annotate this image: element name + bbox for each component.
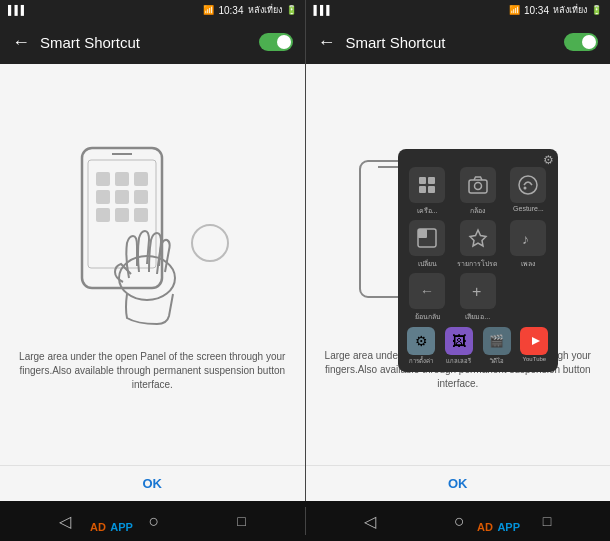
panel-item-favorites[interactable]: รายการโปรด [454,220,501,269]
right-illustration: ⚙ เครือ... [358,139,558,339]
svg-point-23 [524,186,527,189]
svg-rect-6 [96,190,110,204]
svg-point-21 [474,182,481,189]
home-nav-right[interactable]: ○ [454,511,465,532]
status-bar-left: ▌▌▌ 📶 10:34 หลังเที่ยง 🔋 [0,0,305,20]
svg-rect-18 [419,186,426,193]
time-right: 10:34 [524,5,549,16]
svg-rect-7 [115,190,129,204]
panel-label-back: ย้อนกลับ [415,311,440,322]
app-video[interactable]: 🎬 วิดีโอ [479,327,514,366]
content-right: ⚙ เครือ... [306,64,611,465]
toggle-right[interactable] [564,33,598,51]
wifi-icon-left: 📶 [203,5,214,15]
svg-text:←: ← [420,283,434,299]
panel-label-music: เพลง [521,258,535,269]
back-nav-left[interactable]: ◁ [59,512,71,531]
svg-rect-3 [96,172,110,186]
app-youtube[interactable]: YouTube [517,327,552,366]
svg-rect-5 [134,172,148,186]
battery-icon-left: 🔋 [286,5,297,15]
svg-rect-25 [418,229,427,238]
svg-point-13 [192,225,228,261]
ok-button-right[interactable]: OK [428,472,488,495]
svg-text:♪: ♪ [522,231,529,247]
svg-rect-11 [134,208,148,222]
svg-rect-4 [115,172,129,186]
watermark-left: AD [90,521,106,533]
panel-item-switch[interactable]: เปลี่ยน [404,220,451,269]
panel-item-music[interactable]: ♪ เพลง [505,220,552,269]
panel-item-camera[interactable]: กล้อง [454,167,501,216]
home-nav-left[interactable]: ○ [149,511,160,532]
ok-button-left[interactable]: OK [123,472,183,495]
svg-text:+: + [472,283,481,300]
svg-rect-9 [96,208,110,222]
signal-icon-right: ▌▌▌ [314,5,333,15]
back-button-left[interactable]: ← [12,32,30,53]
wifi-icon-right: 📶 [509,5,520,15]
watermark-label-left: APP [110,521,133,533]
svg-rect-16 [419,177,426,184]
time-label-left: หลังเที่ยง [248,3,282,17]
panel-item-network[interactable]: เครือ... [404,167,451,216]
back-nav-right[interactable]: ◁ [364,512,376,531]
panel-item-add[interactable]: + เสียมอ... [454,273,501,322]
panel-label-network: เครือ... [417,205,438,216]
gesture-illustration [62,138,242,338]
svg-rect-19 [428,186,435,193]
settings-gear-icon[interactable]: ⚙ [543,153,554,167]
ok-area-left: OK [0,465,305,501]
time-left: 10:34 [218,5,243,16]
panel-label-gesture: Gesture... [513,205,544,212]
app-bar-right: ← Smart Shortcut [306,20,611,64]
app-bar-left: ← Smart Shortcut [0,20,305,64]
battery-icon-right: 🔋 [591,5,602,15]
svg-marker-30 [532,337,540,345]
toggle-left[interactable] [259,33,293,51]
panel-label-camera: กล้อง [470,205,485,216]
svg-point-22 [519,176,537,194]
watermark-label-right: APP [497,521,520,533]
panel-item-gesture[interactable]: Gesture... [505,167,552,216]
right-screen: ▌▌▌ 📶 10:34 หลังเที่ยง 🔋 ← Smart Shortcu… [306,0,611,501]
content-left: Large area under the open Panel of the s… [0,64,305,465]
svg-rect-10 [115,208,129,222]
panel-label-switch: เปลี่ยน [418,258,437,269]
recent-nav-right[interactable]: □ [543,513,551,529]
panel-label-favorites: รายการโปรด [457,258,498,269]
left-screen: ▌▌▌ 📶 10:34 หลังเที่ยง 🔋 ← Smart Shortcu… [0,0,305,501]
svg-rect-8 [134,190,148,204]
ok-area-right: OK [306,465,611,501]
app-title-right: Smart Shortcut [346,34,555,51]
description-left: Large area under the open Panel of the s… [12,350,292,392]
app-gallery[interactable]: 🖼 แกลเลอรี [442,327,477,366]
svg-marker-26 [470,230,486,246]
app-title-left: Smart Shortcut [40,34,249,51]
panel-item-back[interactable]: ← ย้อนกลับ [404,273,451,322]
svg-rect-17 [428,177,435,184]
panel-label-add: เสียมอ... [465,311,490,322]
signal-icon-left: ▌▌▌ [8,5,27,15]
status-bar-right: ▌▌▌ 📶 10:34 หลังเที่ยง 🔋 [306,0,611,20]
time-label-right: หลังเที่ยง [553,3,587,17]
bottom-nav: ◁ ○ □ AD APP ◁ ○ □ AD APP [0,501,610,541]
recent-nav-left[interactable]: □ [237,513,245,529]
app-settings[interactable]: ⚙ การตั้งค่า [404,327,439,366]
back-button-right[interactable]: ← [318,32,336,53]
watermark-right: AD [477,521,493,533]
shortcut-panel: ⚙ เครือ... [398,149,558,372]
